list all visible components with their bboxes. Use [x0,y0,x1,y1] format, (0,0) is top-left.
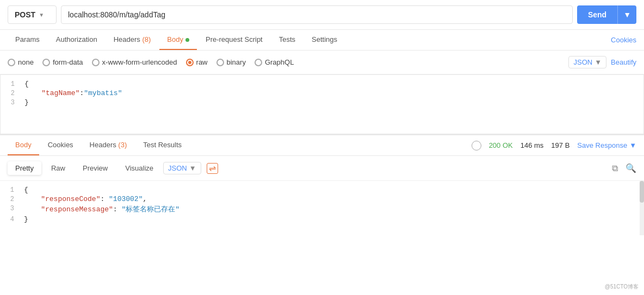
tab-authorization[interactable]: Authorization [48,30,105,50]
radio-urlencoded [92,59,100,66]
resp-tab-test-results[interactable]: Test Results [135,135,189,155]
globe-icon [472,141,481,150]
body-options-row: none form-data x-www-form-urlencoded raw… [0,51,644,74]
radio-binary [216,59,224,66]
method-selector[interactable]: POST ▼ [8,5,57,24]
response-scrollbar[interactable] [640,181,644,235]
view-pretty-button[interactable]: Pretty [8,161,41,175]
response-meta: 200 OK 146 ms 197 B Save Response ▼ [472,141,636,150]
response-actions: ⧉ 🔍 [612,163,636,173]
resp-json-type-selector[interactable]: JSON ▼ [163,162,201,174]
resp-line-4: 4 } [0,215,644,224]
wrap-icon[interactable]: ⇌ [207,163,218,174]
option-urlencoded[interactable]: x-www-form-urlencoded [92,58,177,66]
tab-settings[interactable]: Settings [304,30,345,50]
response-time: 146 ms [521,141,544,149]
response-view-options: Pretty Raw Preview Visualize JSON ▼ ⇌ ⧉ … [0,156,644,181]
body-dot-indicator [185,38,189,42]
view-visualize-button[interactable]: Visualize [117,161,161,175]
url-bar: POST ▼ Send ▼ [0,0,644,30]
radio-form-data [42,59,50,66]
method-chevron-icon: ▼ [39,12,44,18]
tab-body[interactable]: Body [159,30,197,50]
resp-line-3: 3 "responseMessage": "标签名称已存在" [0,204,644,215]
copy-icon[interactable]: ⧉ [612,164,618,173]
radio-graphql [255,59,262,66]
save-response-button[interactable]: Save Response ▼ [577,141,636,149]
save-response-chevron-icon: ▼ [629,141,636,149]
json-chevron-icon: ▼ [595,58,602,66]
option-raw[interactable]: raw [186,58,208,66]
view-raw-button[interactable]: Raw [44,161,73,175]
resp-line-2: 2 "responseCode": "103002", [0,194,644,204]
radio-raw [186,59,194,66]
tab-tests[interactable]: Tests [271,30,303,50]
req-line-2: 2 "tagName":"mybatis" [1,89,643,98]
option-none[interactable]: none [8,58,34,66]
scrollbar-thumb [640,181,644,203]
body-options-right: JSON ▼ Beautify [568,56,636,68]
tab-params[interactable]: Params [8,30,47,50]
option-binary[interactable]: binary [216,58,246,66]
resp-line-1: 1 { [0,185,644,194]
resp-tab-body[interactable]: Body [8,135,39,155]
tab-headers[interactable]: Headers (8) [106,30,159,50]
response-body[interactable]: 1 { 2 "responseCode": "103002", 3 "respo… [0,181,644,235]
response-tabs: Body Cookies Headers (3) Test Results 20… [0,135,644,156]
response-status: 200 OK [489,141,513,149]
resp-tab-cookies[interactable]: Cookies [40,135,81,155]
req-line-3: 3 } [1,98,643,107]
send-button-group[interactable]: Send ▼ [577,5,636,24]
send-arrow-icon[interactable]: ▼ [617,5,636,24]
option-graphql[interactable]: GraphQL [255,58,294,66]
method-label: POST [15,10,35,19]
url-input[interactable] [61,5,573,24]
resp-tab-headers[interactable]: Headers (3) [82,135,135,155]
json-type-selector[interactable]: JSON ▼ [568,56,606,68]
radio-none [8,59,15,66]
req-line-1: 1 { [1,79,643,89]
response-section: Body Cookies Headers (3) Test Results 20… [0,134,644,235]
beautify-button[interactable]: Beautify [611,58,636,66]
tab-prerequest[interactable]: Pre-request Script [198,30,270,50]
resp-json-chevron-icon: ▼ [189,164,196,172]
view-preview-button[interactable]: Preview [75,161,115,175]
search-icon[interactable]: 🔍 [626,163,636,173]
response-size: 197 B [551,141,569,149]
request-body-editor[interactable]: 1 { 2 "tagName":"mybatis" 3 } [0,74,644,134]
option-form-data[interactable]: form-data [42,58,83,66]
send-label: Send [577,5,617,24]
request-tabs: Params Authorization Headers (8) Body Pr… [0,30,644,51]
cookies-link[interactable]: Cookies [611,30,636,49]
